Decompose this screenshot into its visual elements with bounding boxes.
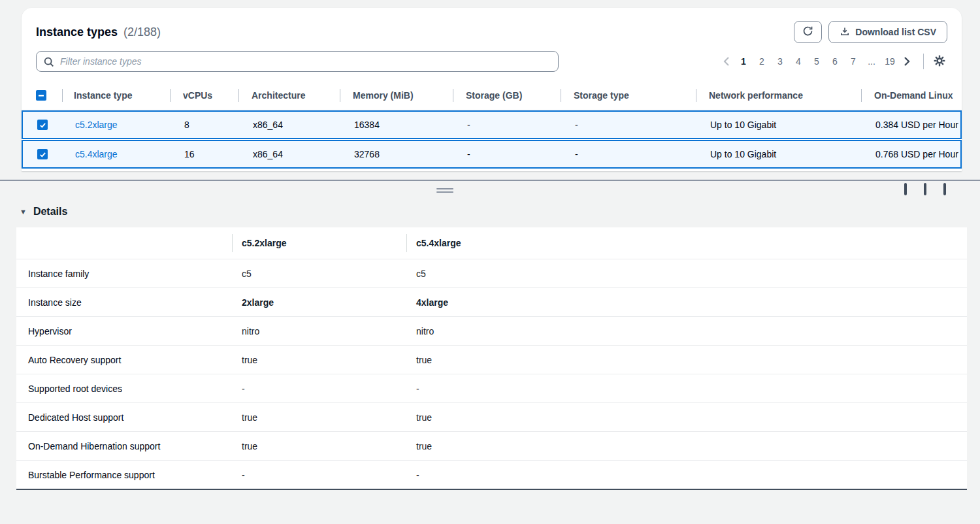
column-header-vcpus[interactable]: vCPUs — [170, 81, 238, 110]
filter-input[interactable] — [37, 52, 558, 71]
select-all-checkbox[interactable] — [36, 90, 46, 101]
download-icon — [840, 26, 850, 39]
table-header-row: Instance type vCPUs Architecture Memory … — [22, 81, 962, 110]
row-checkbox[interactable] — [37, 120, 48, 130]
instance-type-cell: c5.2xlarge — [63, 120, 171, 130]
column-header-storage-gb[interactable]: Storage (GB) — [453, 81, 561, 110]
details-value: 4xlarge — [416, 297, 448, 308]
page-ellipsis: ... — [863, 53, 880, 70]
details-row: Burstable Performance support - - — [16, 460, 967, 489]
page-6-button[interactable]: 6 — [826, 53, 843, 70]
on-demand-linux-cell: 0.384 USD per Hour — [862, 120, 960, 130]
page-7-button[interactable]: 7 — [845, 53, 862, 70]
network-performance-cell: Up to 10 Gigabit — [697, 120, 862, 130]
details-value: - — [242, 384, 245, 394]
panel-size-medium-icon — [924, 183, 926, 195]
column-header-on-demand-linux[interactable]: On-Demand Linux — [861, 81, 959, 110]
panel-size-small-button[interactable] — [904, 184, 907, 194]
details-value: - — [242, 470, 245, 480]
split-panel-controls — [0, 181, 980, 201]
row-checkbox-cell — [23, 112, 63, 138]
preferences-button[interactable] — [932, 53, 947, 71]
column-header-network-performance[interactable]: Network performance — [696, 81, 861, 110]
pagination: 1 2 3 4 5 6 7 ... 19 — [719, 53, 947, 71]
column-header-storage-type[interactable]: Storage type — [561, 81, 696, 110]
details-header-row: c5.2xlarge c5.4xlarge — [16, 227, 967, 259]
details-value: true — [416, 441, 432, 451]
panel-size-large-button[interactable] — [943, 184, 946, 194]
details-value: true — [242, 441, 257, 451]
page-3-button[interactable]: 3 — [772, 53, 789, 70]
filter-box — [36, 51, 559, 72]
details-value: - — [416, 384, 419, 394]
column-header-instance-type[interactable]: Instance type — [62, 81, 170, 110]
prev-page-button[interactable] — [719, 57, 734, 66]
instance-type-link[interactable]: c5.4xlarge — [75, 149, 118, 159]
storage-gb-cell: - — [454, 149, 562, 159]
on-demand-linux-cell: 0.768 USD per Hour — [862, 149, 960, 159]
panel-size-large-icon — [943, 183, 946, 195]
column-header-memory[interactable]: Memory (MiB) — [340, 81, 453, 110]
instance-types-panel: Instance types (2/188) — [22, 8, 962, 171]
details-column-c5-2xlarge: c5.2xlarge — [232, 227, 406, 259]
details-column-c5-4xlarge: c5.4xlarge — [406, 227, 967, 259]
details-row: Instance family c5 c5 — [16, 259, 967, 287]
selection-count: (2/188) — [123, 25, 161, 39]
page-5-button[interactable]: 5 — [808, 53, 825, 70]
instance-type-cell: c5.4xlarge — [63, 149, 171, 159]
details-row: Instance size 2xlarge 4xlarge — [16, 287, 967, 316]
page-2-button[interactable]: 2 — [753, 53, 770, 70]
details-label: Hypervisor — [16, 326, 232, 336]
memory-cell: 16384 — [341, 120, 454, 130]
table-row[interactable]: c5.4xlarge 16 x86_64 32768 - - Up to 10 … — [22, 140, 962, 169]
toolbar-divider — [923, 54, 924, 69]
vcpus-cell: 16 — [171, 149, 240, 159]
row-checkbox-cell — [23, 141, 63, 167]
details-value: 2xlarge — [242, 297, 274, 308]
details-row: Hypervisor nitro nitro — [16, 316, 967, 345]
panel-size-medium-button[interactable] — [924, 184, 926, 194]
download-csv-label: Download list CSV — [855, 27, 936, 37]
details-row: On-Demand Hibernation support true true — [16, 431, 967, 460]
details-label: Burstable Performance support — [16, 470, 232, 480]
column-header-architecture[interactable]: Architecture — [238, 81, 340, 110]
details-row: Dedicated Host support true true — [16, 402, 967, 431]
details-value: c5 — [416, 269, 426, 279]
network-performance-cell: Up to 10 Gigabit — [697, 149, 862, 159]
storage-type-cell: - — [562, 120, 697, 130]
instance-types-table: Instance type vCPUs Architecture Memory … — [22, 81, 962, 171]
next-page-button[interactable] — [900, 57, 914, 66]
memory-cell: 32768 — [341, 149, 454, 159]
details-value: nitro — [242, 326, 259, 336]
gear-icon — [933, 54, 946, 69]
details-comparison-table: c5.2xlarge c5.4xlarge Instance family c5… — [16, 227, 967, 490]
page-4-button[interactable]: 4 — [790, 53, 807, 70]
instance-type-link[interactable]: c5.2xlarge — [75, 120, 118, 130]
row-checkbox[interactable] — [37, 149, 48, 159]
panel-size-small-icon — [904, 183, 907, 195]
page-1-button[interactable]: 1 — [735, 53, 752, 70]
table-row[interactable]: c5.2xlarge 8 x86_64 16384 - - Up to 10 G… — [22, 110, 962, 139]
details-value: true — [242, 412, 257, 423]
toolbar: 1 2 3 4 5 6 7 ... 19 — [22, 50, 962, 81]
title-text: Instance types — [36, 25, 118, 39]
details-row: Auto Recovery support true true — [16, 345, 967, 374]
panel-size-buttons — [904, 184, 946, 194]
page-title: Instance types (2/188) — [36, 25, 161, 39]
details-expander[interactable]: ▼ Details — [20, 206, 980, 218]
refresh-button[interactable] — [794, 21, 822, 43]
select-all-cell — [22, 81, 62, 110]
split-panel-drag-handle[interactable] — [436, 188, 453, 195]
refresh-icon — [802, 25, 813, 39]
storage-type-cell: - — [562, 149, 697, 159]
details-label: Instance size — [16, 297, 232, 308]
details-label: Supported root devices — [16, 384, 232, 394]
page-19-button[interactable]: 19 — [881, 53, 898, 70]
storage-gb-cell: - — [454, 120, 562, 130]
architecture-cell: x86_64 — [240, 120, 341, 130]
download-csv-button[interactable]: Download list CSV — [828, 21, 947, 43]
vcpus-cell: 8 — [171, 120, 240, 130]
details-label: Dedicated Host support — [16, 412, 232, 423]
details-title: Details — [33, 206, 67, 218]
details-value: - — [416, 470, 419, 480]
